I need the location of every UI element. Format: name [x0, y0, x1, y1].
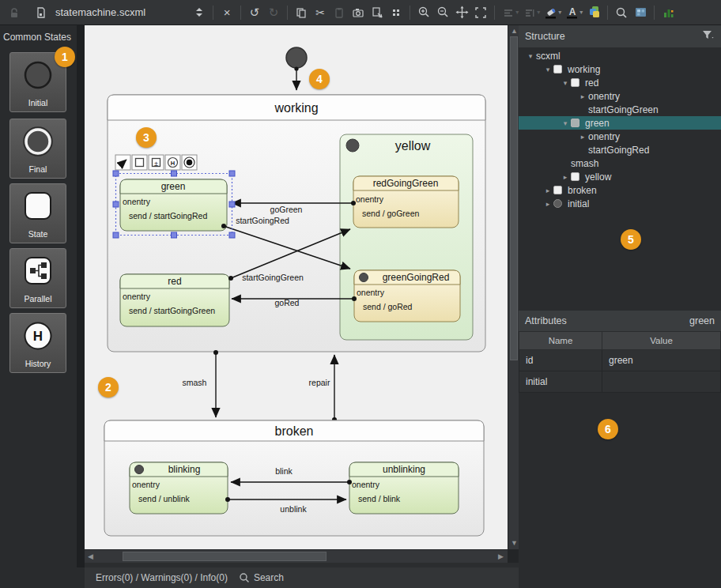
- tree-item-red[interactable]: ▾red: [519, 76, 721, 89]
- state-greenGoingRed[interactable]: greenGoingRed onentry send / goRed: [354, 270, 460, 322]
- caret-right-icon[interactable]: ▸: [577, 133, 588, 141]
- attribute-row-initial[interactable]: initial: [519, 371, 721, 393]
- cut-icon[interactable]: ✂: [311, 3, 330, 22]
- quick-final-button[interactable]: [182, 155, 197, 170]
- zoom-out-icon[interactable]: [433, 3, 452, 22]
- tree-item-startGoingRed[interactable]: startGoingRed: [519, 143, 721, 156]
- transition-label[interactable]: startGoingGreen: [242, 273, 304, 282]
- navigator-icon[interactable]: [631, 3, 650, 22]
- tree-item-label: initial: [568, 198, 589, 209]
- tree-item-onentry[interactable]: ▸onentry: [519, 89, 721, 103]
- transition-label[interactable]: goRed: [275, 298, 300, 307]
- tree-item-green[interactable]: ▾green: [519, 116, 721, 130]
- caret-down-icon[interactable]: ▾: [560, 79, 571, 87]
- state-unblinking[interactable]: unblinking onentry send / blink: [349, 462, 459, 514]
- undo-icon[interactable]: ↺: [245, 3, 264, 22]
- annotation-badge-5: 5: [621, 229, 641, 250]
- vertical-scrollbar-thumb[interactable]: [510, 36, 518, 360]
- state-broken[interactable]: broken blinking onentry send / unblink u…: [104, 420, 484, 536]
- caret-down-icon[interactable]: ▾: [525, 52, 536, 60]
- state-chart-canvas[interactable]: working ± H green onentry send / startGo…: [85, 25, 508, 549]
- horizontal-scrollbar-thumb[interactable]: [123, 552, 327, 561]
- palette-item-state[interactable]: State: [9, 183, 66, 243]
- annotation-badge-6: 6: [598, 419, 618, 439]
- transition-label[interactable]: unblink: [280, 504, 307, 514]
- file-switcher-spin[interactable]: [190, 3, 209, 22]
- close-document-icon[interactable]: ×: [217, 3, 236, 22]
- attributes-title: Attributes: [525, 315, 567, 326]
- paste-icon[interactable]: [330, 3, 349, 22]
- onentry-label: onentry: [132, 480, 160, 489]
- palette-item-final[interactable]: Final: [9, 119, 66, 179]
- caret-right-icon[interactable]: ▸: [560, 173, 571, 181]
- statistics-icon[interactable]: [659, 3, 678, 22]
- tree-item-working[interactable]: ▾working: [519, 62, 721, 76]
- transition-label[interactable]: startGoingRed: [236, 216, 289, 225]
- state-green[interactable]: green onentry send / startGoingRed: [120, 179, 227, 231]
- state-redGoingGreen[interactable]: redGoingGreen onentry send / goGreen: [353, 176, 459, 228]
- horizontal-scrollbar[interactable]: ◀ ▶: [85, 549, 508, 563]
- tree-item-label: startGoingGreen: [588, 104, 659, 115]
- caret-down-icon[interactable]: ▾: [542, 66, 553, 74]
- state-blinking[interactable]: blinking onentry send / unblink: [130, 462, 228, 514]
- tree-item-smash[interactable]: smash: [519, 156, 721, 170]
- caret-right-icon[interactable]: ▸: [542, 200, 553, 208]
- attribute-value[interactable]: green: [602, 350, 721, 371]
- tree-item-startGoingGreen[interactable]: startGoingGreen: [519, 103, 721, 116]
- transition-label[interactable]: blink: [275, 466, 293, 476]
- quick-parallel-button[interactable]: ±: [149, 155, 164, 170]
- pan-tool-icon[interactable]: [452, 3, 471, 22]
- caret-right-icon[interactable]: ▸: [577, 92, 588, 100]
- transition-repair[interactable]: [332, 355, 337, 422]
- transition-label[interactable]: smash: [183, 378, 207, 387]
- transition-smash[interactable]: [213, 350, 218, 417]
- tree-item-label: yellow: [585, 172, 611, 183]
- quick-state-button[interactable]: [132, 155, 147, 170]
- magnifier-tool-icon[interactable]: [387, 3, 406, 22]
- redo-icon[interactable]: ↻: [264, 3, 283, 22]
- scroll-right-icon[interactable]: ▶: [498, 553, 504, 560]
- onentry-label: onentry: [123, 292, 151, 301]
- zoom-in-icon[interactable]: [414, 3, 433, 22]
- transition-label[interactable]: repair: [309, 378, 330, 387]
- copy-icon[interactable]: [292, 3, 311, 22]
- filter-icon[interactable]: [702, 30, 715, 43]
- scroll-up-icon[interactable]: ▲: [511, 28, 518, 35]
- search-field[interactable]: Search: [239, 572, 284, 583]
- structure-tree: ▾scxml▾working▾red▸onentrystartGoingGree…: [519, 49, 721, 210]
- caret-right-icon[interactable]: ▸: [542, 187, 553, 194]
- bottom-left-filler: [0, 567, 85, 588]
- palette-item-history[interactable]: H History: [9, 313, 66, 373]
- transition-label[interactable]: goGreen: [270, 205, 303, 214]
- tree-item-onentry[interactable]: ▸onentry: [519, 130, 721, 143]
- caret-down-icon[interactable]: ▾: [560, 119, 571, 127]
- initial-pseudostate[interactable]: [286, 47, 307, 90]
- screenshot-icon[interactable]: [349, 3, 368, 22]
- search-icon[interactable]: [612, 3, 631, 22]
- attribute-row-id[interactable]: idgreen: [519, 350, 721, 371]
- lock-icon[interactable]: [5, 3, 24, 22]
- tree-item-yellow[interactable]: ▸yellow: [519, 170, 721, 183]
- tree-item-label: green: [585, 118, 610, 129]
- state-red[interactable]: red onentry send / startGoingGreen: [120, 274, 229, 326]
- document-icon: [32, 3, 51, 22]
- scroll-left-icon[interactable]: ◀: [88, 553, 93, 560]
- vertical-scrollbar[interactable]: ▲ ▼: [508, 25, 519, 549]
- attributes-context: green: [689, 315, 715, 326]
- quick-transition-button[interactable]: [115, 155, 130, 170]
- state-title: greenGoingRed: [383, 272, 450, 283]
- fit-to-view-icon[interactable]: [471, 3, 490, 22]
- color-themes-icon[interactable]: [584, 3, 603, 22]
- quick-history-button[interactable]: H: [165, 155, 180, 170]
- tree-item-label: onentry: [588, 131, 620, 142]
- tree-item-scxml[interactable]: ▾scxml: [519, 49, 721, 62]
- attribute-value[interactable]: [602, 371, 721, 393]
- export-image-icon[interactable]: [368, 3, 387, 22]
- tree-item-label: scxml: [536, 51, 561, 62]
- scroll-down-icon[interactable]: ▼: [511, 540, 518, 547]
- log-filter-toggle[interactable]: Errors(0) / Warnings(0) / Info(0): [96, 572, 228, 583]
- tree-item-initial[interactable]: ▸initial: [519, 197, 721, 210]
- state-yellow[interactable]: yellow redGoingGreen onentry send / goGr…: [340, 134, 473, 340]
- tree-item-broken[interactable]: ▸broken: [519, 183, 721, 197]
- palette-item-parallel[interactable]: Parallel: [9, 248, 66, 308]
